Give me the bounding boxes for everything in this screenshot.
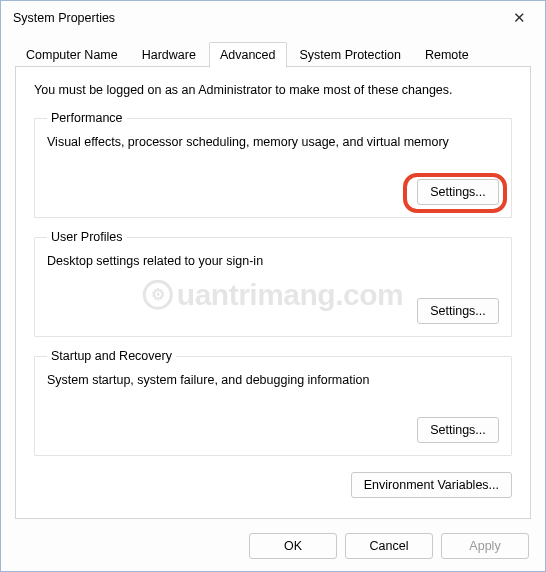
group-user-profiles-legend: User Profiles [47,230,127,244]
group-startup-recovery-desc: System startup, system failure, and debu… [47,373,499,387]
tab-computer-name[interactable]: Computer Name [15,42,129,67]
group-performance: Performance Visual effects, processor sc… [34,111,512,218]
env-row: Environment Variables... [34,472,512,498]
tabstrip: Computer Name Hardware Advanced System P… [15,41,531,67]
titlebar: System Properties ✕ [1,1,545,35]
ok-button[interactable]: OK [249,533,337,559]
close-icon: ✕ [513,9,526,27]
cancel-button[interactable]: Cancel [345,533,433,559]
system-properties-window: System Properties ✕ Computer Name Hardwa… [0,0,546,572]
group-startup-recovery: Startup and Recovery System startup, sys… [34,349,512,456]
tab-remote[interactable]: Remote [414,42,480,67]
environment-variables-button[interactable]: Environment Variables... [351,472,512,498]
group-performance-desc: Visual effects, processor scheduling, me… [47,135,499,149]
window-title: System Properties [13,11,115,25]
startup-recovery-settings-button[interactable]: Settings... [417,417,499,443]
intro-text: You must be logged on as an Administrato… [34,83,512,97]
dialog-footer: OK Cancel Apply [249,533,529,559]
user-profiles-settings-button[interactable]: Settings... [417,298,499,324]
close-button[interactable]: ✕ [503,5,535,31]
tab-advanced[interactable]: Advanced [209,42,287,68]
tab-hardware[interactable]: Hardware [131,42,207,67]
apply-button[interactable]: Apply [441,533,529,559]
performance-settings-button[interactable]: Settings... [417,179,499,205]
group-performance-legend: Performance [47,111,127,125]
group-user-profiles-desc: Desktop settings related to your sign-in [47,254,499,268]
group-user-profiles: User Profiles Desktop settings related t… [34,230,512,337]
group-startup-recovery-legend: Startup and Recovery [47,349,176,363]
tab-system-protection[interactable]: System Protection [289,42,412,67]
tab-page-advanced: You must be logged on as an Administrato… [15,66,531,519]
content-area: Computer Name Hardware Advanced System P… [1,35,545,533]
